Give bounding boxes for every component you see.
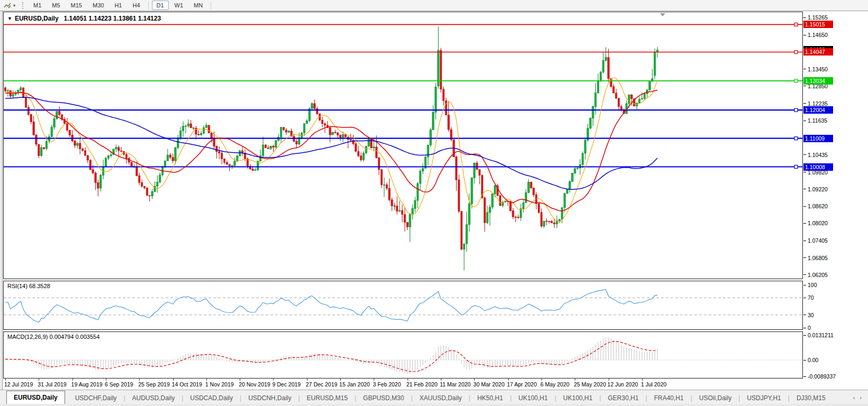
- time-tick: [541, 379, 542, 381]
- tick-dash: [803, 154, 806, 155]
- timeframe-d1[interactable]: D1: [152, 1, 169, 10]
- tab-eurusd-m15[interactable]: EURUSD,M15: [300, 392, 355, 404]
- tab-scroll-left-icon[interactable]: ‹: [853, 394, 855, 401]
- ma-medium-line: [5, 90, 657, 211]
- time-tick: [642, 379, 643, 381]
- timeframe-m1[interactable]: M1: [29, 1, 46, 10]
- tick-dash: [803, 328, 806, 328]
- timeframe-m5[interactable]: M5: [47, 1, 65, 10]
- time-tick: [374, 379, 374, 381]
- timeframe-m30[interactable]: M30: [88, 1, 108, 10]
- time-label: 12 Jun 2020: [608, 381, 638, 387]
- tab-xauusd-daily[interactable]: XAUUSD,Daily: [413, 392, 469, 404]
- rsi-tick-label: 70: [808, 294, 814, 301]
- chart-tabs: EURUSD,DailyUSDCHF,Daily|AUDUSD,Daily|US…: [0, 390, 853, 404]
- tick-dash: [803, 298, 806, 298]
- bottom-strip: [0, 404, 868, 406]
- time-tick: [307, 379, 308, 381]
- time-label: 17 Apr 2020: [507, 381, 537, 387]
- tab-dj30-m15[interactable]: DJ30,M15: [790, 392, 833, 404]
- ma-fast-line: [5, 78, 657, 222]
- toolbar: ▾ M1M5M15M30H1H4D1W1MN: [0, 0, 868, 11]
- timeframe-h1[interactable]: H1: [110, 1, 126, 10]
- chart-ohlc-values: 1.14051 1.14223 1.13861 1.14123: [64, 15, 161, 22]
- price-tick: 1.07405: [803, 237, 828, 244]
- tab-ger30-h1[interactable]: GER30,H1: [601, 392, 646, 404]
- price-chart-canvas[interactable]: [4, 12, 802, 279]
- tick-dash: [803, 35, 806, 35]
- tick-dash: [803, 360, 806, 361]
- tick-dash: [803, 17, 806, 18]
- price-tick: 1.06805: [803, 254, 828, 262]
- price-tick-label: 1.10435: [808, 152, 828, 158]
- time-tick: [206, 379, 207, 381]
- time-label: 1 Nov 2019: [205, 381, 234, 387]
- rsi-canvas[interactable]: [4, 281, 802, 329]
- line-handle: [794, 23, 798, 26]
- tab-usdjpy-h1[interactable]: USDJPY,H1: [740, 392, 788, 404]
- tick-dash: [803, 69, 806, 69]
- tick-dash: [803, 274, 806, 275]
- timeframe-mn[interactable]: MN: [189, 1, 207, 10]
- macd-panel[interactable]: MACD(12,26,9) 0.004794 0.003554: [3, 331, 803, 379]
- time-scale[interactable]: 12 Jul 201931 Jul 201919 Aug 20196 Sep 2…: [3, 379, 803, 389]
- macd-canvas[interactable]: [4, 332, 802, 378]
- tab-usdcad-daily[interactable]: USDCAD,Daily: [183, 392, 240, 404]
- price-line-badge: 1.15015: [803, 21, 833, 28]
- tab-audusd-daily[interactable]: AUDUSD,Daily: [125, 392, 182, 404]
- tab-usoil-daily[interactable]: USOil,Daily: [692, 392, 738, 404]
- timeframe-w1[interactable]: W1: [170, 1, 188, 10]
- tab-uk100-h1[interactable]: UK100,H1: [556, 392, 599, 404]
- price-tick-label: 1.14650: [808, 32, 828, 38]
- tick-dash: [803, 206, 806, 207]
- tick-dash: [803, 103, 806, 104]
- macd-label: MACD(12,26,9) 0.004794 0.003554: [7, 334, 100, 340]
- time-tick: [340, 379, 341, 381]
- tab-eurusd-daily[interactable]: EURUSD,Daily: [6, 391, 65, 404]
- rsi-tick-label: 30: [808, 312, 814, 318]
- price-tick-label: 1.08020: [808, 220, 828, 226]
- tick-dash: [803, 315, 806, 315]
- price-tick: 1.15265: [803, 14, 828, 21]
- tab-scroll-right-icon[interactable]: ›: [860, 394, 862, 401]
- tick-dash: [803, 376, 806, 377]
- chart-shift-marker[interactable]: [660, 13, 665, 16]
- tab-usdcnh-daily[interactable]: USDCNH,Daily: [241, 392, 298, 404]
- tab-scroll-controls: ‹ ›: [853, 394, 868, 404]
- chart-title: ▼ EURUSD,Daily 1.14051 1.14223 1.13861 1…: [7, 15, 161, 22]
- rsi-panel[interactable]: RSI(14) 68.3528: [3, 281, 803, 330]
- time-tick: [609, 379, 609, 381]
- time-label: 9 Dec 2019: [272, 381, 301, 387]
- chart-menu-caret-icon[interactable]: ▼: [7, 16, 12, 21]
- line-handle: [794, 51, 798, 54]
- price-tick: 1.13450: [803, 66, 828, 73]
- toolbar-grip[interactable]: [22, 2, 24, 9]
- time-tick: [508, 379, 509, 381]
- macd-tick-label: -0.0089337: [808, 373, 836, 380]
- window-left-edge: [0, 11, 3, 404]
- time-label: 31 Jul 2019: [38, 381, 66, 387]
- time-label: 1 Jul 2020: [641, 381, 666, 387]
- tab-hk50-h1[interactable]: HK50,H1: [471, 392, 510, 404]
- time-label: 25 Sep 2019: [138, 381, 170, 387]
- time-tick: [575, 379, 575, 381]
- price-scale[interactable]: 1.152651.146501.134501.128501.122351.116…: [803, 11, 868, 389]
- price-chart-panel[interactable]: ▼ EURUSD,Daily 1.14051 1.14223 1.13861 1…: [3, 12, 803, 279]
- tick-dash: [803, 285, 806, 285]
- tick-dash: [803, 189, 806, 189]
- tick-dash: [803, 86, 806, 86]
- timeframe-h4[interactable]: H4: [128, 1, 144, 10]
- horizontal-lines-layer[interactable]: [4, 23, 802, 168]
- tab-fra40-h1[interactable]: FRA40,H1: [647, 392, 691, 404]
- price-tick-label: 1.13450: [808, 66, 828, 72]
- trading-terminal-window: ▾ M1M5M15M30H1H4D1W1MN ▼ EURUSD,Daily 1.…: [0, 0, 868, 406]
- timeframe-m15[interactable]: M15: [66, 1, 87, 10]
- dropdown-caret-icon[interactable]: ▾: [13, 3, 15, 8]
- tab-usdchf-daily[interactable]: USDCHF,Daily: [68, 392, 124, 404]
- tab-uk100-h1[interactable]: UK100,H1: [512, 392, 555, 404]
- rsi-tick: 30: [803, 311, 814, 319]
- macd-tick: -0.0089337: [803, 373, 836, 380]
- tab-gbpusd-m30[interactable]: GBPUSD,M30: [356, 392, 411, 404]
- line-handle: [794, 79, 798, 82]
- chart-tool-icon[interactable]: ▾: [2, 2, 17, 10]
